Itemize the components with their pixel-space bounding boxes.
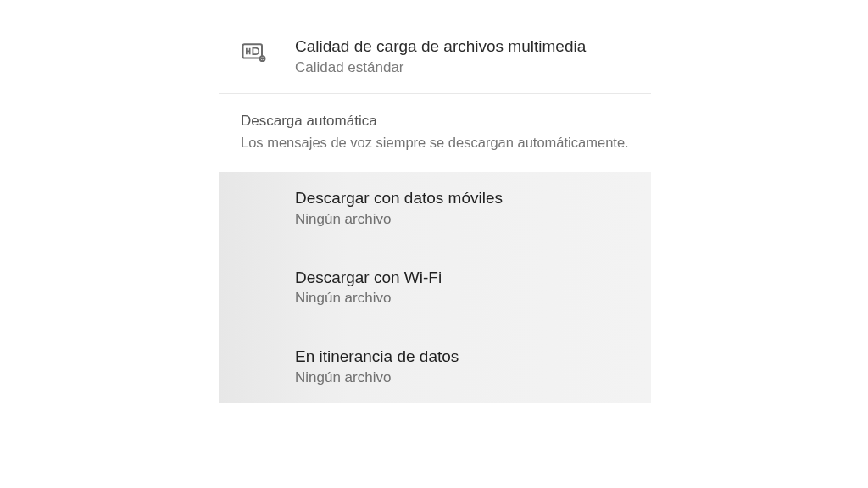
download-wifi-title: Descargar con Wi-Fi xyxy=(295,267,651,289)
download-mobile-data-sub: Ningún archivo xyxy=(295,211,651,228)
settings-panel: Calidad de carga de archivos multimedia … xyxy=(219,25,651,403)
download-roaming-title: En itinerancia de datos xyxy=(295,346,651,368)
auto-download-options: Descargar con datos móviles Ningún archi… xyxy=(219,172,651,403)
upload-quality-row[interactable]: Calidad de carga de archivos multimedia … xyxy=(219,25,651,94)
download-wifi-sub: Ningún archivo xyxy=(295,290,651,307)
download-wifi-row[interactable]: Descargar con Wi-Fi Ningún archivo xyxy=(219,252,651,313)
download-mobile-data-row[interactable]: Descargar con datos móviles Ningún archi… xyxy=(219,172,651,233)
upload-quality-text: Calidad de carga de archivos multimedia … xyxy=(295,36,586,76)
upload-quality-title: Calidad de carga de archivos multimedia xyxy=(295,36,586,58)
auto-download-header: Descarga automática xyxy=(241,113,651,130)
upload-quality-subtitle: Calidad estándar xyxy=(295,59,586,76)
download-roaming-row[interactable]: En itinerancia de datos Ningún archivo xyxy=(219,330,651,391)
download-mobile-data-title: Descargar con datos móviles xyxy=(295,187,651,209)
auto-download-section-header: Descarga automática Los mensajes de voz … xyxy=(219,94,651,155)
download-roaming-sub: Ningún archivo xyxy=(295,369,651,386)
auto-download-desc: Los mensajes de voz siempre se descargan… xyxy=(241,133,651,152)
hd-icon xyxy=(241,39,266,64)
